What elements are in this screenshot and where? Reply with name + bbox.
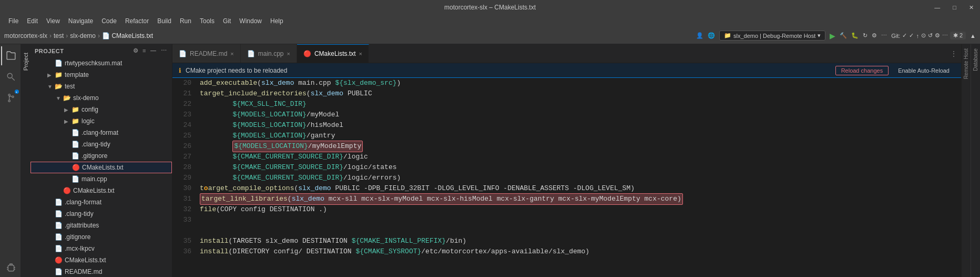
- file-readme-root[interactable]: 📄 README.md: [30, 266, 172, 277]
- debug-icon[interactable]: 🐛: [851, 32, 859, 39]
- tab-icon-readme: 📄: [179, 50, 187, 57]
- file-main-cpp[interactable]: 📄 main.cpp: [30, 173, 172, 185]
- tab-close-cmake[interactable]: ×: [359, 51, 362, 57]
- menu-git[interactable]: Git: [219, 16, 235, 26]
- code-content[interactable]: add_executable(slx_demo main.cpp ${slx_d…: [196, 78, 961, 277]
- chevron-up-icon: ▲: [970, 33, 976, 39]
- file-clang-format[interactable]: 📄 .clang-format: [30, 127, 172, 138]
- minimize-button[interactable]: —: [928, 0, 946, 15]
- code-line-21: target_include_directories(slx_demo PUBL…: [200, 88, 961, 99]
- git-up-icon: ↑: [916, 33, 919, 39]
- file-icon-gi: 📄: [72, 152, 79, 160]
- folder-config[interactable]: ▶ 📁 config: [30, 104, 172, 115]
- file-mcx-lkpcv[interactable]: 📄 .mcx-lkpcv: [30, 243, 172, 254]
- git-settings[interactable]: ⚙: [935, 32, 940, 39]
- folder-logic[interactable]: ▶ 📁 logic: [30, 115, 172, 127]
- code-line-29: ${CMAKE_CURRENT_SOURCE_DIR}/logic/errors…: [200, 173, 961, 183]
- tab-close-readme[interactable]: ×: [230, 51, 233, 57]
- menu-tools[interactable]: Tools: [196, 16, 219, 26]
- sync-icon[interactable]: —: [149, 46, 158, 55]
- sidebar-panel-label: Project: [21, 44, 30, 277]
- close-button[interactable]: ✕: [963, 0, 980, 15]
- file-cmakelists-test[interactable]: 🔴 CMakeLists.txt: [30, 185, 172, 196]
- activity-explorer[interactable]: [1, 46, 20, 65]
- file-cmakelists-selected[interactable]: 🔴 CMakeLists.txt: [30, 162, 172, 173]
- code-line-35: install(TARGETS slx_demo DESTINATION ${C…: [200, 236, 961, 246]
- tab-cmake[interactable]: 🔴 CMakeLists.txt ×: [297, 44, 369, 63]
- more-actions-icon[interactable]: ⋯: [160, 46, 168, 55]
- collapse-icon[interactable]: ≡: [141, 46, 147, 55]
- menu-window[interactable]: Window: [235, 16, 266, 26]
- breadcrumb-file[interactable]: 📄 CMakeLists.txt: [102, 32, 153, 39]
- code-line-31: target_link_libraries(slx_demo mcx-sll m…: [200, 194, 961, 204]
- activity-search[interactable]: [1, 67, 20, 86]
- breadcrumb-slx-demo[interactable]: slx-demo: [70, 32, 96, 39]
- database-label[interactable]: Database: [972, 44, 979, 75]
- window-title: motorcortex-slx – CMakeLists.txt: [444, 4, 536, 11]
- tab-more-button[interactable]: ⋮: [946, 50, 961, 57]
- remote-host-label[interactable]: Remote Host: [962, 44, 970, 83]
- code-line-33: [200, 215, 961, 225]
- folder-test[interactable]: ▼ 📂 test: [30, 81, 172, 92]
- play-button[interactable]: ▶: [830, 32, 835, 40]
- remote-host-label[interactable]: slx_demo | Debug-Remote Host: [733, 33, 815, 39]
- file-clang-tidy-root[interactable]: 📄 .clang-tidy: [30, 208, 172, 220]
- tab-label-main-cpp: main.cpp: [258, 50, 284, 57]
- refresh-icon[interactable]: ↻: [863, 32, 867, 39]
- menu-view[interactable]: View: [42, 16, 64, 26]
- new-file-icon[interactable]: ⚙: [132, 46, 140, 55]
- maximize-button[interactable]: □: [946, 0, 963, 15]
- build-icon[interactable]: 🔨: [840, 32, 847, 39]
- git-revert-icon: ↺: [928, 32, 933, 39]
- settings-icon[interactable]: ⚙: [872, 32, 877, 39]
- file-icon-cmake-root: 🔴: [55, 256, 63, 264]
- menu-run[interactable]: Run: [176, 16, 196, 26]
- file-clang-format-root[interactable]: 📄 .clang-format: [30, 196, 172, 208]
- breadcrumb-test[interactable]: test: [54, 32, 64, 39]
- folder-icon: 📁: [724, 32, 731, 39]
- menu-refactor[interactable]: Refactor: [121, 16, 153, 26]
- profile-icon[interactable]: 👤: [696, 32, 703, 39]
- code-line-24: ${MODELS_LOCATION}/hisModel: [200, 120, 961, 131]
- folder-template[interactable]: ▶ 📁 template: [30, 69, 172, 81]
- file-clang-tidy[interactable]: 📄 .clang-tidy: [30, 138, 172, 150]
- sidebar-title: Project: [35, 48, 64, 54]
- dropdown-icon[interactable]: ▾: [818, 32, 821, 39]
- activity-git[interactable]: •: [1, 88, 20, 107]
- file-icon-cmake-sel: 🔴: [72, 164, 80, 171]
- file-cmakelists-root[interactable]: 🔴 CMakeLists.txt: [30, 254, 172, 266]
- menu-bar: File Edit View Navigate Code Refactor Bu…: [0, 15, 980, 27]
- tab-close-cpp[interactable]: ×: [287, 51, 290, 57]
- file-gitignore-root[interactable]: 📄 .gitignore: [30, 231, 172, 243]
- reload-changes-button[interactable]: Reload changes: [835, 66, 889, 75]
- tab-icon-cpp: 📄: [247, 50, 255, 57]
- file-gitattributes-root[interactable]: 📄 .gitattributes: [30, 220, 172, 231]
- menu-file[interactable]: File: [4, 16, 23, 26]
- file-icon-ctr: 📄: [55, 210, 63, 217]
- menu-build[interactable]: Build: [153, 16, 176, 26]
- network-icon: 🌐: [708, 32, 715, 39]
- editor-area: 📄 README.md × 📄 main.cpp × 🔴 CMakeLists.…: [172, 44, 961, 277]
- menu-navigate[interactable]: Navigate: [64, 16, 97, 26]
- tab-main-cpp[interactable]: 📄 main.cpp ×: [241, 44, 297, 63]
- code-line-23: ${MODELS_LOCATION}/myModel: [200, 110, 961, 120]
- notification-text: CMake project needs to be reloaded: [186, 67, 831, 74]
- menu-code[interactable]: Code: [97, 16, 121, 26]
- git-more[interactable]: ⋯: [942, 32, 948, 39]
- file-icon-gir: 📄: [55, 233, 63, 241]
- enable-auto-reload-button[interactable]: Enable Auto-Reload: [893, 66, 955, 75]
- breadcrumb: motorcortex-slx › test › slx-demo › 📄 CM…: [4, 32, 153, 39]
- menu-edit[interactable]: Edit: [23, 16, 42, 26]
- menu-help[interactable]: Help: [266, 16, 288, 26]
- file-icon: 📄: [55, 60, 63, 67]
- file-gitignore-slx[interactable]: 📄 .gitignore: [30, 150, 172, 162]
- tab-readme[interactable]: 📄 README.md ×: [172, 44, 241, 63]
- breadcrumb-root[interactable]: motorcortex-slx: [4, 32, 47, 39]
- right-panels: Remote Host Database: [961, 44, 980, 277]
- more-icon[interactable]: ⋯: [881, 32, 887, 39]
- main-toolbar: motorcortex-slx › test › slx-demo › 📄 CM…: [0, 27, 980, 44]
- folder-slx-demo[interactable]: ▼ 📂 slx-demo: [30, 92, 172, 104]
- git-label: Git:: [891, 33, 900, 39]
- file-rtwtypes[interactable]: 📄 rtwtypeschksum.mat: [30, 57, 172, 69]
- activity-debug[interactable]: [1, 258, 20, 277]
